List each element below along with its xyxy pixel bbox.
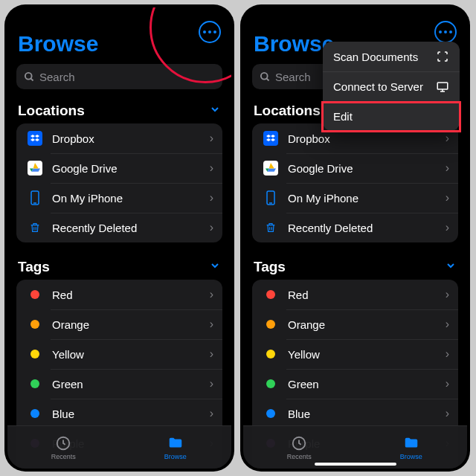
tag-yellow[interactable]: Yellow›	[252, 339, 458, 369]
svg-rect-5	[437, 83, 448, 89]
tag-green[interactable]: Green›	[252, 369, 458, 399]
iphone-icon	[25, 190, 45, 205]
chevron-right-icon: ›	[446, 221, 449, 234]
folder-icon	[167, 435, 184, 451]
section-locations-header[interactable]: Locations	[7, 97, 231, 123]
iphone-icon	[261, 190, 280, 205]
chevron-right-icon: ›	[210, 161, 213, 175]
google-drive-icon	[263, 161, 278, 176]
chevron-right-icon: ›	[446, 318, 449, 331]
google-drive-icon	[28, 161, 42, 176]
tab-recents[interactable]: Recents	[7, 426, 120, 469]
scan-icon	[436, 50, 449, 63]
tag-red[interactable]: Red›	[252, 280, 458, 309]
svg-line-9	[266, 78, 268, 80]
search-icon	[260, 71, 271, 83]
dropbox-icon	[28, 131, 42, 146]
tag-dot-icon	[30, 409, 39, 418]
chevron-right-icon: ›	[446, 407, 449, 420]
chevron-right-icon: ›	[210, 221, 213, 234]
tag-blue[interactable]: Blue›	[16, 399, 222, 428]
search-placeholder: Search	[275, 71, 311, 83]
tag-dot-icon	[30, 290, 39, 299]
menu-scan-documents[interactable]: Scan Documents	[323, 42, 460, 71]
trash-icon	[261, 221, 280, 234]
location-deleted[interactable]: Recently Deleted ›	[16, 213, 222, 242]
chevron-down-icon	[209, 103, 221, 118]
locations-list: Dropbox› Google Drive› On My iPhone› Rec…	[252, 123, 458, 242]
tag-yellow[interactable]: Yellow›	[16, 339, 222, 369]
page-title: Browse	[18, 31, 98, 57]
chevron-right-icon: ›	[210, 191, 213, 205]
chevron-right-icon: ›	[446, 161, 449, 175]
menu-connect-server[interactable]: Connect to Server	[323, 71, 460, 101]
more-button[interactable]	[434, 21, 457, 43]
more-menu: Scan Documents Connect to Server Edit	[323, 42, 460, 131]
dropbox-icon	[263, 131, 278, 146]
phone-right: Browse Scan Documents Connect to Server …	[240, 4, 470, 472]
location-dropbox[interactable]: Dropbox ›	[16, 123, 222, 153]
tag-blue[interactable]: Blue›	[252, 399, 458, 428]
home-indicator	[315, 463, 396, 466]
chevron-right-icon: ›	[210, 347, 213, 361]
trash-icon	[25, 221, 45, 234]
location-gdrive[interactable]: Google Drive›	[252, 153, 458, 183]
chevron-right-icon: ›	[210, 407, 213, 420]
tag-dot-icon	[266, 350, 275, 358]
tab-bar: Recents Browse	[243, 425, 467, 469]
chevron-right-icon: ›	[446, 191, 449, 205]
chevron-right-icon: ›	[446, 132, 449, 145]
svg-point-8	[261, 72, 268, 79]
search-input[interactable]: Search	[16, 64, 222, 89]
chevron-right-icon: ›	[446, 288, 449, 301]
folder-icon	[402, 435, 420, 451]
more-button[interactable]	[199, 21, 221, 43]
tag-dot-icon	[266, 409, 275, 418]
tag-dot-icon	[30, 379, 39, 388]
phone-left: Browse Search Locations Dropbox ›	[4, 4, 234, 472]
location-iphone[interactable]: On My iPhone›	[252, 183, 458, 213]
tag-dot-icon	[266, 290, 275, 299]
tag-dot-icon	[266, 320, 275, 329]
search-icon	[24, 71, 35, 83]
chevron-right-icon: ›	[210, 132, 213, 145]
chevron-right-icon: ›	[446, 377, 449, 390]
tag-dot-icon	[30, 350, 39, 358]
chevron-right-icon: ›	[210, 377, 213, 390]
tag-orange[interactable]: Orange›	[252, 309, 458, 339]
location-deleted[interactable]: Recently Deleted›	[252, 213, 458, 242]
locations-list: Dropbox › Google Drive › On My iPhone › …	[16, 123, 222, 242]
server-icon	[436, 80, 449, 94]
location-gdrive[interactable]: Google Drive ›	[16, 153, 222, 183]
clock-icon	[291, 435, 307, 451]
chevron-down-icon	[209, 260, 221, 274]
tag-orange[interactable]: Orange›	[16, 309, 222, 339]
section-tags-header[interactable]: Tags	[243, 253, 467, 280]
chevron-down-icon	[445, 260, 457, 274]
chevron-right-icon: ›	[446, 347, 449, 361]
menu-edit[interactable]: Edit	[323, 101, 460, 131]
search-placeholder: Search	[39, 71, 75, 83]
location-iphone[interactable]: On My iPhone ›	[16, 183, 222, 213]
tag-green[interactable]: Green›	[16, 369, 222, 399]
tab-bar: Recents Browse	[7, 425, 231, 469]
tag-red[interactable]: Red›	[16, 280, 222, 309]
chevron-right-icon: ›	[210, 318, 213, 331]
tab-browse[interactable]: Browse	[120, 426, 232, 469]
section-tags-header[interactable]: Tags	[7, 253, 231, 280]
chevron-right-icon: ›	[210, 288, 213, 301]
tag-dot-icon	[30, 320, 39, 329]
clock-icon	[55, 435, 71, 451]
svg-line-1	[30, 78, 33, 80]
svg-point-0	[25, 72, 32, 79]
tag-dot-icon	[266, 379, 275, 388]
